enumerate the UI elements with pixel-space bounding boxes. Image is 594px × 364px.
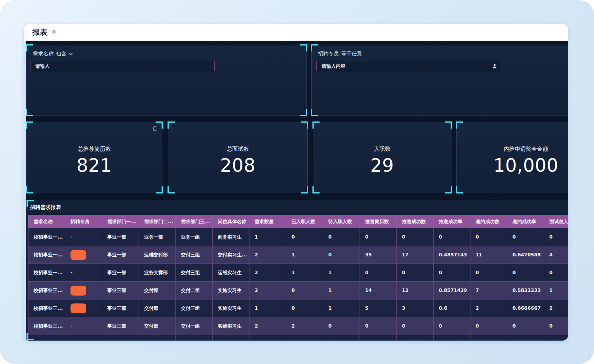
table-cell: 事业三部 <box>102 317 139 335</box>
table-cell <box>65 282 102 300</box>
filter-label: 需求名称 包含 <box>33 50 73 57</box>
table-header-row: 需求名称招聘专员需求部门一...需求部门二...需求部门三...岗位具体名称需求… <box>29 215 569 228</box>
table-cell: 校招事业一... <box>29 228 65 246</box>
report-window: 报表 需求名称 包含 <box>24 24 568 341</box>
column-header: 待入职人数 <box>323 215 360 228</box>
table-cell <box>286 335 323 341</box>
table-cell: 交付一组 <box>176 317 213 335</box>
table-cell: 0 <box>470 264 507 282</box>
table-cell: 实施实习生 <box>213 282 249 300</box>
table-cell: 运维实习生 <box>213 264 249 282</box>
corner-accent <box>26 121 33 129</box>
recruiter-input[interactable] <box>317 63 488 69</box>
table-cell <box>544 335 569 341</box>
filter-operator-label: 等于任意 <box>341 50 362 57</box>
stat-value: 821 <box>76 155 112 176</box>
table-cell <box>65 335 102 341</box>
corner-accent <box>26 44 33 51</box>
table-row: 校招事业一...-事业一部业务支撑部交付三组运维实习生211000000 <box>29 264 569 282</box>
table-cell: 0 <box>286 282 323 300</box>
table-cell: 事业一部 <box>102 228 139 246</box>
table-cell: 1 <box>323 282 360 300</box>
table-cell: 0.8571429 <box>434 282 470 300</box>
table-cell: 0 <box>507 317 544 335</box>
corner-accent <box>301 186 308 193</box>
column-header: 已入职人数 <box>286 215 323 228</box>
corner-accent <box>168 121 175 129</box>
settings-button[interactable] <box>51 29 57 35</box>
table-cell: 0.5833333 <box>507 282 544 300</box>
table-cell: 1 <box>286 264 323 282</box>
table-cell: 0 <box>360 228 397 246</box>
table-row <box>29 335 569 341</box>
recruitment-demand-report-section: 招聘需求报表 需求名称招聘专员需求部门一...需求部门二...需求部门三...岗… <box>26 200 568 341</box>
corner-accent <box>156 186 163 193</box>
chevron-down-icon <box>69 53 73 55</box>
table-row: 校招事业一...-事业一部业务一部业务一组商务实习生100000000 <box>29 228 569 246</box>
table-row: 校招事业一...事业一部运维交付部交付三组交付实习生...21035170.48… <box>29 246 569 264</box>
table-cell <box>65 246 102 264</box>
table-cell: 交付二组 <box>176 282 213 300</box>
table-cell: 5 <box>360 300 397 317</box>
table-cell: 1 <box>249 228 286 246</box>
stat-value: 208 <box>220 155 255 176</box>
page-title: 报表 <box>32 27 48 38</box>
table-cell: 交付三组 <box>176 264 213 282</box>
table-cell: 2 <box>470 300 507 317</box>
stat-card-total-interviews: 总面试数 208 <box>168 122 308 193</box>
table-cell: 交付三组 <box>176 300 213 317</box>
corner-accent <box>312 186 320 193</box>
table-cell: 交付部 <box>139 282 176 300</box>
table-cell: 实施实习生 <box>213 317 249 335</box>
select-person-button[interactable] <box>488 61 501 71</box>
table-cell <box>507 335 544 341</box>
corner-accent <box>300 44 307 51</box>
column-header: 需求部门一... <box>102 215 139 228</box>
stat-label: 总推荐简历数 <box>78 146 111 153</box>
dashboard: 需求名称 包含 招聘专员 <box>26 41 568 341</box>
table-cell: 业务一部 <box>139 228 176 246</box>
table-cell <box>213 335 249 341</box>
table-cell <box>397 335 434 341</box>
table-cell: 17 <box>397 246 434 264</box>
table-cell: 0 <box>434 228 470 246</box>
window-header: 报表 <box>24 24 568 41</box>
table-cell: 0 <box>544 228 569 246</box>
table-cell: 0 <box>470 228 507 246</box>
table-cell: 1 <box>323 300 360 317</box>
table-cell <box>65 300 102 317</box>
table-cell <box>29 335 65 341</box>
table-cell: 0.4857143 <box>434 246 470 264</box>
corner-accent <box>456 121 463 129</box>
corner-accent <box>300 109 307 116</box>
column-header: 需求名称 <box>29 215 65 228</box>
table-cell <box>102 335 139 341</box>
table-cell <box>176 335 213 341</box>
refresh-icon[interactable]: C <box>152 125 157 133</box>
filter-operator-label: 包含 <box>56 50 67 57</box>
demand-name-input[interactable] <box>30 63 214 69</box>
corner-accent <box>311 44 318 51</box>
table-cell: 0 <box>360 317 397 335</box>
recruiter-badge <box>70 303 86 313</box>
table-cell: 0 <box>397 317 434 335</box>
table-cell <box>360 335 397 341</box>
table-cell: 事业三部 <box>102 282 139 300</box>
table-cell: 0 <box>323 228 360 246</box>
recruiter-input-box <box>316 61 501 71</box>
corner-accent <box>456 186 463 193</box>
table-cell: 1 <box>286 246 323 264</box>
table-cell: 1 <box>544 282 569 300</box>
filter-field-name: 招聘专员 <box>318 50 339 57</box>
filter-field-name: 需求名称 <box>33 50 53 57</box>
filter-operator-dropdown[interactable]: 包含 <box>56 50 73 57</box>
column-header: 推送成功率 <box>434 215 470 228</box>
stat-card-referral-bonus: 内推申请奖金金额 10,000 <box>456 122 568 193</box>
stat-label: 总面试数 <box>227 146 249 153</box>
demand-name-input-box <box>30 61 215 71</box>
corner-accent <box>301 121 308 129</box>
table-cell <box>434 335 470 341</box>
table-cell: 事业三部 <box>102 300 139 317</box>
table-cell: 校招事业三... <box>29 317 65 335</box>
column-header: 岗位具体名称 <box>213 215 249 228</box>
